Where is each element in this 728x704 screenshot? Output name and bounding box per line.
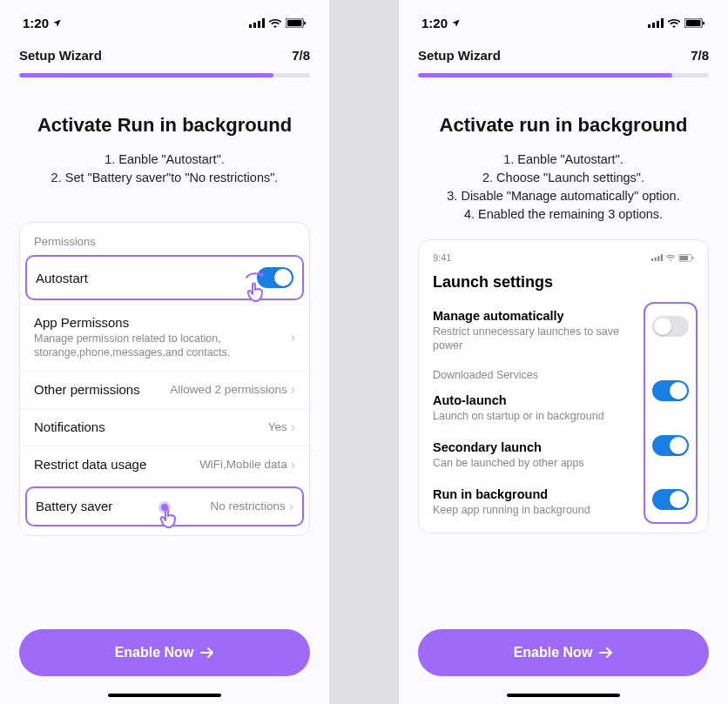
svg-point-7 bbox=[158, 501, 171, 513]
arrow-right-icon bbox=[200, 647, 214, 658]
permission-value: Allowed 2 permissions bbox=[170, 383, 286, 396]
permissions-card: Permissions Autostart App Permissons Man… bbox=[19, 222, 310, 536]
svg-rect-3 bbox=[262, 18, 265, 28]
svg-rect-6 bbox=[304, 22, 306, 25]
progress-bar bbox=[418, 73, 709, 77]
chevron-right-icon: › bbox=[291, 457, 295, 473]
instruction-item: Choose "Launch settings". bbox=[447, 169, 679, 187]
location-arrow-icon bbox=[52, 18, 62, 28]
setting-name: Auto-launch bbox=[433, 393, 604, 407]
home-indicator bbox=[108, 694, 221, 697]
permission-value: No restrictions bbox=[210, 500, 285, 513]
svg-rect-10 bbox=[652, 23, 655, 28]
page-title: Activate run in background bbox=[418, 114, 709, 137]
cta-label: Enable Now bbox=[115, 645, 194, 660]
cellular-icon bbox=[651, 254, 663, 261]
home-indicator bbox=[507, 694, 620, 697]
inner-status-bar: 9:41 bbox=[433, 252, 694, 263]
svg-rect-9 bbox=[648, 24, 650, 28]
svg-rect-22 bbox=[692, 257, 693, 259]
permission-label: Restrict data usage bbox=[34, 457, 146, 472]
instruction-item: Enabled the remaining 3 options. bbox=[447, 205, 679, 224]
launch-settings-title: Launch settings bbox=[433, 273, 694, 292]
svg-rect-18 bbox=[657, 256, 659, 261]
autostart-toggle[interactable] bbox=[257, 267, 293, 288]
svg-rect-12 bbox=[661, 18, 664, 28]
permission-label: App Permissons bbox=[34, 315, 284, 330]
battery-icon bbox=[286, 18, 307, 28]
svg-rect-19 bbox=[661, 254, 663, 261]
inner-status-time: 9:41 bbox=[433, 252, 451, 263]
arrow-right-icon bbox=[599, 647, 613, 658]
status-bar: 1:20 bbox=[19, 0, 310, 39]
location-arrow-icon bbox=[451, 18, 461, 28]
cellular-icon bbox=[249, 18, 265, 28]
instruction-item: Eanble "Autostart". bbox=[51, 151, 279, 169]
run-background-toggle[interactable] bbox=[652, 489, 689, 510]
progress-bar bbox=[19, 73, 310, 77]
battery-icon bbox=[678, 254, 694, 262]
svg-rect-5 bbox=[287, 20, 302, 26]
wizard-progress: 7/8 bbox=[292, 48, 310, 63]
permission-row-restrict-data[interactable]: Restrict data usage WiFi,Mobile data› bbox=[20, 446, 309, 483]
svg-rect-2 bbox=[258, 21, 260, 28]
permission-value: WiFi,Mobile data bbox=[199, 458, 287, 471]
secondary-launch-toggle[interactable] bbox=[652, 435, 689, 456]
setting-desc: Launch on startup or in background bbox=[433, 409, 604, 423]
permission-desc: Manage permission related to location, s… bbox=[34, 332, 284, 360]
setting-desc: Can be launched by other apps bbox=[433, 456, 584, 470]
wizard-label: Setup Wizard bbox=[19, 48, 102, 63]
permission-label: Notifications bbox=[34, 419, 105, 434]
svg-rect-1 bbox=[253, 23, 256, 28]
setting-desc: Restrict unnecessary launches to save po… bbox=[433, 325, 635, 353]
svg-rect-17 bbox=[655, 258, 657, 261]
wizard-header: Setup Wizard 7/8 bbox=[19, 48, 310, 63]
svg-rect-14 bbox=[686, 20, 701, 26]
status-bar: 1:20 bbox=[418, 0, 709, 39]
chevron-right-icon: › bbox=[291, 419, 295, 435]
instruction-item: Set "Battery saver"to "No restrictions". bbox=[51, 169, 279, 187]
status-time: 1:20 bbox=[421, 16, 448, 30]
chevron-right-icon: › bbox=[291, 330, 295, 345]
svg-point-8 bbox=[161, 504, 168, 511]
svg-rect-0 bbox=[249, 24, 252, 28]
setting-desc: Keep app running in background bbox=[433, 503, 590, 517]
permission-row-other[interactable]: Other permissions Allowed 2 permissions› bbox=[20, 371, 309, 408]
wifi-icon bbox=[665, 254, 676, 261]
permission-row-app-permissions[interactable]: App Permissons Manage permission related… bbox=[20, 304, 309, 371]
battery-icon bbox=[684, 18, 705, 28]
instructions-list: Eanble "Autostart". Choose "Launch setti… bbox=[447, 151, 679, 224]
permission-row-autostart[interactable]: Autostart bbox=[25, 255, 304, 300]
cta-label: Enable Now bbox=[514, 645, 593, 660]
permission-label: Autostart bbox=[36, 271, 88, 285]
manage-automatically-toggle[interactable] bbox=[652, 316, 689, 337]
phone-left: 1:20 Setup Wizard 7/8 Activate Run in ba… bbox=[0, 0, 329, 704]
enable-now-button[interactable]: Enable Now bbox=[19, 629, 310, 676]
setting-name: Manage automatically bbox=[433, 309, 635, 323]
wifi-icon bbox=[268, 18, 282, 28]
svg-rect-11 bbox=[657, 21, 659, 28]
setting-name: Run in background bbox=[433, 487, 590, 501]
instruction-item: Eanble "Autostart". bbox=[447, 151, 679, 169]
status-time: 1:20 bbox=[23, 16, 49, 30]
permission-value: Yes bbox=[268, 420, 287, 433]
svg-rect-21 bbox=[679, 255, 688, 260]
auto-launch-toggle[interactable] bbox=[652, 380, 689, 401]
instruction-item: Disable "Manage automatically" option. bbox=[447, 187, 679, 205]
enable-now-button[interactable]: Enable Now bbox=[418, 629, 709, 676]
section-header: Downloaded Services bbox=[433, 362, 635, 385]
toggles-highlight bbox=[644, 302, 698, 524]
chevron-right-icon: › bbox=[289, 499, 293, 514]
tap-gesture-icon bbox=[156, 499, 187, 530]
permission-row-battery-saver[interactable]: Battery saver No restrictions› bbox=[25, 486, 304, 526]
wizard-progress: 7/8 bbox=[691, 48, 709, 63]
svg-rect-16 bbox=[651, 258, 653, 261]
permission-row-notifications[interactable]: Notifications Yes› bbox=[20, 408, 309, 446]
wifi-icon bbox=[667, 18, 681, 28]
permissions-header: Permissions bbox=[20, 235, 309, 251]
cellular-icon bbox=[648, 18, 664, 28]
wizard-header: Setup Wizard 7/8 bbox=[418, 48, 709, 63]
page-title: Activate Run in background bbox=[19, 114, 310, 137]
permission-label: Battery saver bbox=[36, 499, 112, 513]
chevron-right-icon: › bbox=[291, 382, 295, 398]
